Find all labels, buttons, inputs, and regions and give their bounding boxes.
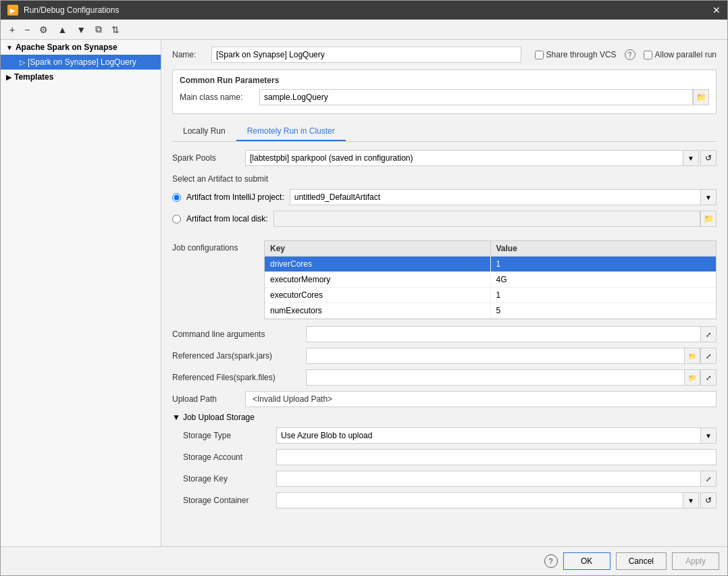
sidebar-item-log-query[interactable]: ▷ [Spark on Synapse] LogQuery bbox=[1, 55, 161, 70]
referenced-files-folder-button[interactable]: 📁 bbox=[684, 369, 700, 386]
sidebar-group-templates[interactable]: ▶ Templates bbox=[1, 70, 161, 84]
title-bar: ▶ Run/Debug Configurations ✕ bbox=[1, 1, 727, 20]
spark-item-icon: ▷ bbox=[20, 58, 25, 67]
command-line-expand-button[interactable]: ⤢ bbox=[700, 326, 717, 342]
close-button[interactable]: ✕ bbox=[712, 5, 721, 16]
sidebar-group-apache-spark[interactable]: ▼ Apache Spark on Synapse bbox=[1, 40, 161, 55]
cancel-button[interactable]: Cancel bbox=[616, 552, 667, 570]
main-class-label: Main class name: bbox=[180, 93, 254, 102]
referenced-files-label: Referenced Files(spark.files) bbox=[172, 373, 301, 382]
referenced-files-input[interactable] bbox=[306, 369, 684, 386]
name-input[interactable] bbox=[211, 47, 521, 63]
artifact-intellij-select[interactable]: untitled9_DefaultArtifact bbox=[290, 189, 700, 205]
job-upload-storage-header[interactable]: ▼ Job Upload Storage bbox=[172, 413, 717, 422]
copy2-button[interactable]: ⧉ bbox=[92, 22, 105, 37]
down-button[interactable]: ▼ bbox=[73, 22, 89, 37]
table-cell-key: executorCores bbox=[265, 288, 491, 303]
upload-path-label: Upload Path bbox=[172, 394, 240, 404]
ok-button[interactable]: OK bbox=[563, 552, 610, 570]
main-class-input[interactable] bbox=[259, 89, 693, 105]
storage-type-select[interactable]: Use Azure Blob to upload bbox=[276, 427, 700, 444]
log-query-label: [Spark on Synapse] LogQuery bbox=[28, 57, 136, 67]
artifact-intellij-dropdown-arrow[interactable]: ▼ bbox=[700, 189, 717, 205]
storage-key-input[interactable] bbox=[276, 471, 700, 487]
table-cell-value: 1 bbox=[491, 257, 717, 271]
storage-container-dropdown-arrow[interactable]: ▼ bbox=[683, 492, 699, 508]
artifact-section: Select an Artifact to submit Artifact fr… bbox=[172, 174, 717, 232]
table-header: Key Value bbox=[265, 241, 716, 257]
referenced-jars-input[interactable] bbox=[306, 348, 684, 364]
spark-pools-select[interactable]: [labtestpbi] sparkpool (saved in configu… bbox=[245, 150, 683, 166]
tabs: Locally Run Remotely Run in Cluster bbox=[172, 122, 717, 142]
command-line-input[interactable] bbox=[306, 326, 700, 342]
table-cell-value: 1 bbox=[491, 288, 717, 303]
storage-account-input[interactable] bbox=[276, 449, 717, 465]
up-button[interactable]: ▲ bbox=[54, 22, 70, 37]
remove-button[interactable]: − bbox=[21, 22, 33, 37]
referenced-files-expand-button[interactable]: ⤢ bbox=[700, 369, 717, 386]
help-button[interactable]: ? bbox=[544, 554, 558, 568]
storage-container-select[interactable] bbox=[276, 492, 683, 508]
storage-container-label: Storage Container bbox=[183, 496, 271, 505]
bottom-fields: Command line arguments ⤢ Referenced Jars… bbox=[172, 326, 717, 391]
spark-pools-select-wrapper: [labtestpbi] sparkpool (saved in configu… bbox=[245, 150, 717, 166]
tab-remotely-run[interactable]: Remotely Run in Cluster bbox=[236, 122, 346, 141]
storage-type-dropdown-arrow[interactable]: ▼ bbox=[700, 427, 717, 444]
run-debug-configurations-window: ▶ Run/Debug Configurations ✕ + − ⚙ ▲ ▼ ⧉… bbox=[0, 0, 728, 576]
sidebar: ▼ Apache Spark on Synapse ▷ [Spark on Sy… bbox=[1, 40, 161, 546]
table-cell-value: 5 bbox=[491, 303, 717, 318]
storage-key-input-wrapper: ⤢ bbox=[276, 471, 717, 487]
referenced-files-input-wrapper: 📁 ⤢ bbox=[306, 369, 717, 386]
table-row[interactable]: driverCores 1 bbox=[265, 257, 716, 272]
spark-pools-dropdown-arrow[interactable]: ▼ bbox=[683, 150, 699, 166]
templates-arrow-icon: ▶ bbox=[6, 74, 11, 81]
job-config-label: Job configurations bbox=[172, 240, 253, 319]
table-row[interactable]: executorMemory 4G bbox=[265, 272, 716, 288]
main-class-row: Main class name: 📁 bbox=[180, 89, 709, 105]
add-button[interactable]: + bbox=[6, 22, 18, 37]
referenced-jars-folder-button[interactable]: 📁 bbox=[684, 348, 700, 364]
sort-button[interactable]: ⇅ bbox=[108, 22, 123, 37]
storage-type-row: Storage Type Use Azure Blob to upload ▼ bbox=[183, 427, 717, 444]
artifact-intellij-radio[interactable] bbox=[172, 193, 181, 202]
storage-container-select-wrapper: ▼ ↺ bbox=[276, 492, 717, 508]
storage-header-label: Job Upload Storage bbox=[183, 413, 255, 422]
referenced-jars-expand-button[interactable]: ⤢ bbox=[700, 348, 717, 364]
share-vcs-checkbox[interactable] bbox=[535, 51, 544, 59]
table-row[interactable]: numExecutors 5 bbox=[265, 303, 716, 319]
allow-parallel-checkbox[interactable] bbox=[644, 51, 652, 59]
main-class-browse-button[interactable]: 📁 bbox=[693, 89, 709, 105]
tab-locally-run[interactable]: Locally Run bbox=[172, 122, 236, 141]
name-label: Name: bbox=[172, 50, 206, 59]
common-run-parameters: Common Run Parameters Main class name: 📁 bbox=[172, 70, 717, 114]
share-vcs-label[interactable]: Share through VCS bbox=[535, 50, 617, 59]
artifact-disk-row: Artifact from local disk: 📁 bbox=[172, 211, 717, 227]
artifact-disk-radio[interactable] bbox=[172, 215, 181, 224]
artifact-intellij-select-wrapper: untitled9_DefaultArtifact ▼ bbox=[290, 189, 717, 205]
storage-key-label: Storage Key bbox=[183, 474, 271, 483]
table-cell-key: numExecutors bbox=[265, 303, 491, 318]
artifact-disk-input[interactable] bbox=[274, 211, 700, 227]
referenced-jars-input-wrapper: 📁 ⤢ bbox=[306, 348, 717, 364]
window-icon: ▶ bbox=[7, 5, 18, 16]
copy-button[interactable]: ⚙ bbox=[36, 22, 51, 37]
window-title: Run/Debug Configurations bbox=[24, 5, 119, 15]
command-line-input-wrapper: ⤢ bbox=[306, 326, 717, 342]
right-panel: Name: Share through VCS ? Allow parallel… bbox=[161, 40, 727, 546]
artifact-intellij-row: Artifact from IntelliJ project: untitled… bbox=[172, 189, 717, 205]
table-row[interactable]: executorCores 1 bbox=[265, 288, 716, 303]
allow-parallel-label[interactable]: Allow parallel run bbox=[644, 50, 717, 59]
spark-pools-refresh-button[interactable]: ↺ bbox=[700, 150, 717, 166]
storage-key-expand-button[interactable]: ⤢ bbox=[700, 471, 717, 487]
storage-container-refresh-button[interactable]: ↺ bbox=[700, 492, 717, 508]
storage-container-row: Storage Container ▼ ↺ bbox=[183, 492, 717, 508]
artifact-intellij-label: Artifact from IntelliJ project: bbox=[186, 192, 284, 202]
artifact-disk-browse-button[interactable]: 📁 bbox=[700, 211, 717, 227]
referenced-jars-label: Referenced Jars(spark.jars) bbox=[172, 351, 301, 361]
referenced-jars-row: Referenced Jars(spark.jars) 📁 ⤢ bbox=[172, 348, 717, 364]
vcs-help-icon[interactable]: ? bbox=[625, 49, 635, 60]
storage-collapse-icon: ▼ bbox=[172, 413, 180, 422]
name-row: Name: Share through VCS ? Allow parallel… bbox=[172, 47, 717, 63]
storage-account-label: Storage Account bbox=[183, 452, 271, 462]
apply-button[interactable]: Apply bbox=[672, 552, 719, 570]
